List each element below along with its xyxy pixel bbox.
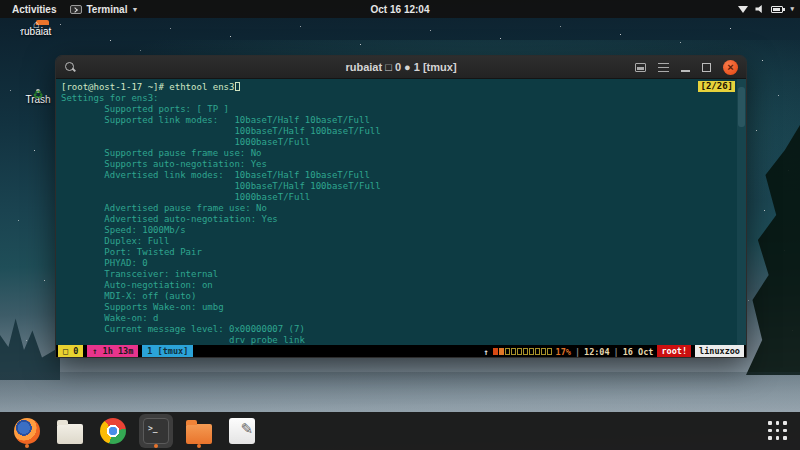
grid-dot — [783, 421, 787, 425]
battery-cell — [547, 348, 552, 355]
maximize-button[interactable] — [702, 63, 711, 72]
user-badge: root! — [657, 345, 691, 358]
battery-cell — [529, 348, 534, 355]
battery-cell — [499, 348, 504, 355]
tmux-segment-1: ↑ 1h 13m — [87, 345, 138, 358]
new-tab-icon[interactable] — [635, 63, 646, 72]
grid-dot — [783, 436, 787, 440]
wifi-icon — [738, 6, 748, 13]
grid-dot — [776, 429, 780, 433]
terminal-icon — [143, 418, 169, 444]
snow-ground — [0, 372, 800, 412]
tmux-status-bar: □ 0↑ 1h 13m1 [tmux] ↑ 17% | 12:04 | 16 O… — [56, 345, 746, 358]
dock-items — [0, 414, 259, 448]
tmux-segment-0: □ 0 — [58, 345, 83, 358]
terminal-output: [root@host-1-17 ~]# ethtool ens3 Setting… — [56, 79, 746, 346]
text-editor-icon — [229, 418, 255, 444]
desktop-icon-home-folder[interactable]: ⌂ rubaiat — [10, 24, 62, 37]
separator: | — [575, 347, 580, 357]
window-title: rubaiat □ 0 ● 1 [tmux] — [345, 61, 456, 73]
grid-dot — [768, 429, 772, 433]
battery-cell — [511, 348, 516, 355]
scrollbar[interactable] — [737, 79, 746, 345]
show-applications-button[interactable] — [768, 421, 788, 441]
close-button[interactable]: × — [723, 60, 738, 75]
chevron-down-icon: ▾ — [790, 5, 794, 13]
gnome-top-bar: Activities Terminal ▼ Oct 16 12:04 ▾ — [0, 0, 800, 18]
desktop: Activities Terminal ▼ Oct 16 12:04 ▾ ⌂ r… — [0, 0, 800, 450]
battery-cell — [505, 348, 510, 355]
battery-cell — [535, 348, 540, 355]
text-cursor — [235, 82, 240, 91]
app-menu[interactable]: Terminal ▼ — [70, 4, 138, 15]
tmux-time: 12:04 — [584, 347, 610, 357]
grid-dot — [768, 421, 772, 425]
tmux-segment-2: 1 [tmux] — [142, 345, 193, 358]
dock-item-files[interactable] — [53, 414, 87, 448]
files-icon — [57, 424, 83, 444]
chevron-down-icon: ▼ — [131, 6, 138, 13]
grid-dot — [768, 436, 772, 440]
chrome-icon — [100, 418, 126, 444]
battery-cell — [541, 348, 546, 355]
dock-item-folder[interactable] — [182, 414, 216, 448]
grid-dot — [783, 429, 787, 433]
search-icon[interactable] — [64, 61, 77, 74]
battery-meter — [493, 348, 552, 355]
app-menu-label: Terminal — [86, 4, 127, 15]
battery-cell — [517, 348, 522, 355]
hamburger-menu-icon[interactable] — [658, 63, 669, 65]
battery-icon — [771, 6, 783, 13]
scrollbar-thumb[interactable] — [738, 87, 745, 127]
folder-icon — [186, 424, 212, 444]
grid-dot — [776, 436, 780, 440]
minimize-button[interactable] — [681, 70, 690, 72]
copy-mode-indicator: [2/26] — [698, 81, 735, 92]
battery-cell — [523, 348, 528, 355]
running-indicator-dot — [197, 444, 201, 448]
dock — [0, 412, 800, 450]
running-indicator-dot — [154, 444, 158, 448]
system-status-area[interactable]: ▾ — [738, 0, 794, 18]
tmux-left-segments: □ 0↑ 1h 13m1 [tmux] — [56, 345, 193, 358]
tmux-date: 16 Oct — [623, 347, 654, 357]
tree-silhouette-left — [0, 305, 60, 380]
dock-item-text-editor[interactable] — [225, 414, 259, 448]
grid-dot — [776, 421, 780, 425]
battery-percent: 17% — [556, 347, 571, 357]
host-badge: linuxzoo — [695, 345, 744, 358]
charge-arrow-icon: ↑ — [483, 347, 488, 357]
volume-icon — [755, 5, 764, 14]
battery-cell — [493, 348, 498, 355]
window-titlebar[interactable]: rubaiat □ 0 ● 1 [tmux] × — [56, 56, 746, 79]
dock-item-chrome[interactable] — [96, 414, 130, 448]
terminal-window: rubaiat □ 0 ● 1 [tmux] × [root@host-1-17… — [55, 55, 747, 358]
clock[interactable]: Oct 16 12:04 — [371, 4, 430, 15]
firefox-icon — [14, 418, 40, 444]
terminal-viewport[interactable]: [root@host-1-17 ~]# ethtool ens3 Setting… — [56, 79, 746, 345]
running-indicator-dot — [25, 444, 29, 448]
separator: | — [614, 347, 619, 357]
dock-item-terminal[interactable] — [139, 414, 173, 448]
activities-button[interactable]: Activities — [8, 3, 60, 16]
dock-item-firefox[interactable] — [10, 414, 44, 448]
tmux-right-status: ↑ 17% | 12:04 | 16 Oct root! linuxzoo — [483, 345, 746, 358]
terminal-app-icon — [70, 5, 82, 14]
